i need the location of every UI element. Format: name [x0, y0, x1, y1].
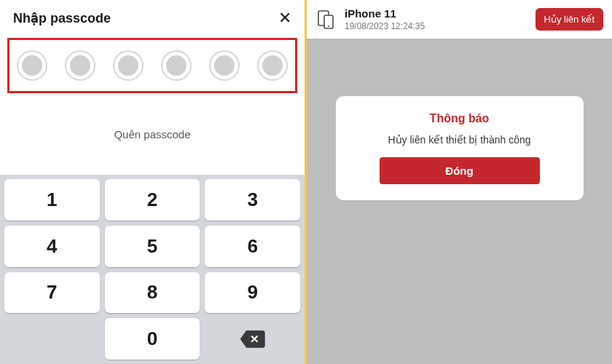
- keypad-5[interactable]: 5: [105, 226, 200, 267]
- device-icon: [315, 9, 336, 30]
- keypad-backspace[interactable]: ✕: [205, 318, 300, 360]
- svg-point-2: [328, 25, 329, 27]
- passcode-title: Nhập passcode: [13, 10, 111, 26]
- keypad-empty: [4, 318, 100, 360]
- passcode-dot: [65, 50, 95, 81]
- modal-title: Thông báo: [430, 112, 490, 125]
- keypad-4[interactable]: 4: [4, 226, 100, 267]
- device-name: iPhone 11: [345, 7, 527, 20]
- keypad-6[interactable]: 6: [205, 226, 300, 267]
- device-info: iPhone 11 19/08/2023 12:24:35: [345, 7, 527, 31]
- passcode-panel: Nhập passcode ✕ Quên passcode 1 2 3 4 5 …: [0, 0, 305, 364]
- forgot-passcode-wrap: Quên passcode: [0, 93, 305, 175]
- passcode-dot: [161, 50, 192, 81]
- notification-modal: Thông báo Hủy liên kết thiết bị thành cô…: [336, 96, 584, 200]
- keypad-8[interactable]: 8: [105, 272, 200, 314]
- keypad-1[interactable]: 1: [4, 179, 100, 221]
- unlink-button[interactable]: Hủy liên kết: [536, 8, 603, 31]
- device-timestamp: 19/08/2023 12:24:35: [345, 21, 527, 31]
- keypad-2[interactable]: 2: [105, 179, 200, 221]
- keypad-9[interactable]: 9: [205, 272, 300, 314]
- passcode-dot: [113, 50, 144, 81]
- backspace-icon: ✕: [240, 331, 265, 348]
- keypad-7[interactable]: 7: [4, 272, 100, 314]
- modal-message: Hủy liên kết thiết bị thành công: [388, 134, 531, 146]
- keypad-3[interactable]: 3: [205, 179, 300, 221]
- numeric-keypad: 1 2 3 4 5 6 7 8 9 0 ✕: [0, 175, 305, 364]
- passcode-dot: [257, 50, 288, 81]
- device-panel: iPhone 11 19/08/2023 12:24:35 Hủy liên k…: [307, 0, 612, 364]
- passcode-header: Nhập passcode ✕: [0, 0, 305, 33]
- keypad-0[interactable]: 0: [105, 318, 200, 360]
- forgot-passcode-link[interactable]: Quên passcode: [114, 128, 190, 141]
- passcode-dots-box: [7, 38, 297, 93]
- passcode-dot: [209, 50, 240, 81]
- device-bar: iPhone 11 19/08/2023 12:24:35 Hủy liên k…: [307, 0, 612, 39]
- passcode-dot: [17, 50, 47, 81]
- close-icon[interactable]: ✕: [278, 10, 291, 26]
- modal-close-button[interactable]: Đóng: [380, 157, 540, 184]
